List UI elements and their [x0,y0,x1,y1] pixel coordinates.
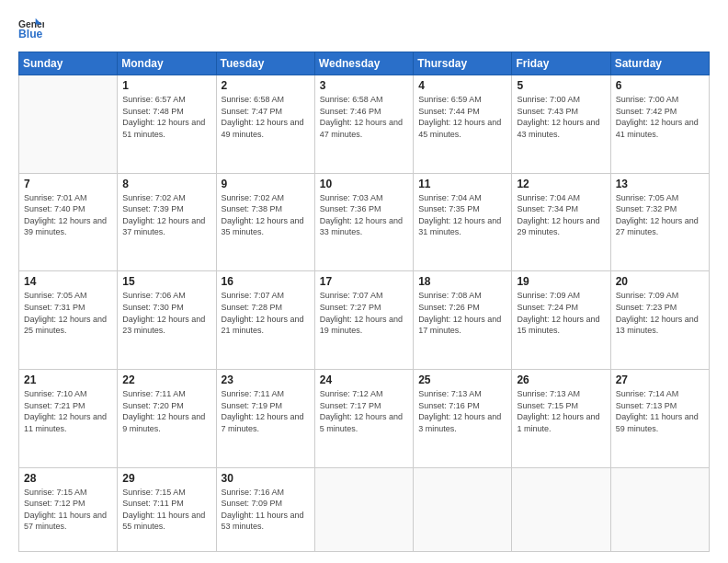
calendar-cell [610,467,709,551]
calendar-cell: 10Sunrise: 7:03 AMSunset: 7:36 PMDayligh… [314,173,413,271]
cell-info: Sunrise: 6:58 AMSunset: 7:46 PMDaylight:… [320,94,408,140]
calendar-cell: 1Sunrise: 6:57 AMSunset: 7:48 PMDaylight… [118,75,216,174]
calendar-cell: 27Sunrise: 7:14 AMSunset: 7:13 PMDayligh… [610,369,709,467]
calendar-cell: 28Sunrise: 7:15 AMSunset: 7:12 PMDayligh… [19,467,118,551]
day-number: 21 [24,373,112,386]
cell-info: Sunrise: 7:00 AMSunset: 7:42 PMDaylight:… [616,94,704,140]
cell-info: Sunrise: 7:09 AMSunset: 7:23 PMDaylight:… [616,290,704,336]
day-number: 23 [222,373,310,386]
day-number: 28 [24,472,112,485]
calendar-cell: 5Sunrise: 7:00 AMSunset: 7:43 PMDaylight… [512,75,610,174]
calendar-cell [512,467,610,551]
day-number: 27 [616,373,704,386]
weekday-header-friday: Friday [512,52,610,75]
day-number: 30 [222,472,310,485]
cell-info: Sunrise: 6:57 AMSunset: 7:48 PMDaylight:… [122,94,210,140]
day-number: 13 [616,178,704,190]
week-row-5: 28Sunrise: 7:15 AMSunset: 7:12 PMDayligh… [19,467,710,551]
weekday-header-row: SundayMondayTuesdayWednesdayThursdayFrid… [19,52,710,75]
calendar-cell: 8Sunrise: 7:02 AMSunset: 7:39 PMDaylight… [118,173,216,271]
cell-info: Sunrise: 7:15 AMSunset: 7:12 PMDaylight:… [24,487,112,533]
calendar-cell: 11Sunrise: 7:04 AMSunset: 7:35 PMDayligh… [414,173,512,271]
cell-info: Sunrise: 7:04 AMSunset: 7:35 PMDaylight:… [418,192,506,238]
day-number: 4 [418,79,506,92]
cell-info: Sunrise: 7:05 AMSunset: 7:31 PMDaylight:… [24,290,112,336]
day-number: 8 [122,178,210,190]
calendar-cell: 17Sunrise: 7:07 AMSunset: 7:27 PMDayligh… [314,271,413,370]
weekday-header-tuesday: Tuesday [216,52,314,75]
cell-info: Sunrise: 6:59 AMSunset: 7:44 PMDaylight:… [418,94,506,140]
day-number: 26 [517,373,605,386]
calendar-cell [314,467,413,551]
calendar-cell: 29Sunrise: 7:15 AMSunset: 7:11 PMDayligh… [118,467,216,551]
calendar-cell: 20Sunrise: 7:09 AMSunset: 7:23 PMDayligh… [610,271,709,370]
day-number: 24 [320,373,408,386]
calendar-cell: 4Sunrise: 6:59 AMSunset: 7:44 PMDaylight… [414,75,512,174]
week-row-1: 1Sunrise: 6:57 AMSunset: 7:48 PMDaylight… [19,75,710,174]
cell-info: Sunrise: 7:10 AMSunset: 7:21 PMDaylight:… [24,388,112,434]
cell-info: Sunrise: 7:11 AMSunset: 7:19 PMDaylight:… [222,388,310,434]
calendar-cell: 13Sunrise: 7:05 AMSunset: 7:32 PMDayligh… [610,173,709,271]
cell-info: Sunrise: 7:15 AMSunset: 7:11 PMDaylight:… [122,487,210,533]
logo: GeneralBlue [18,17,48,42]
day-number: 16 [222,275,310,288]
day-number: 6 [616,79,704,92]
calendar-cell: 16Sunrise: 7:07 AMSunset: 7:28 PMDayligh… [216,271,314,370]
calendar-cell: 22Sunrise: 7:11 AMSunset: 7:20 PMDayligh… [118,369,216,467]
cell-info: Sunrise: 7:02 AMSunset: 7:39 PMDaylight:… [122,192,210,238]
calendar-cell: 12Sunrise: 7:04 AMSunset: 7:34 PMDayligh… [512,173,610,271]
calendar-cell: 18Sunrise: 7:08 AMSunset: 7:26 PMDayligh… [414,271,512,370]
week-row-4: 21Sunrise: 7:10 AMSunset: 7:21 PMDayligh… [19,369,710,467]
calendar-cell [414,467,512,551]
cell-info: Sunrise: 6:58 AMSunset: 7:47 PMDaylight:… [222,94,310,140]
cell-info: Sunrise: 7:13 AMSunset: 7:15 PMDaylight:… [517,388,605,434]
calendar-cell: 23Sunrise: 7:11 AMSunset: 7:19 PMDayligh… [216,369,314,467]
cell-info: Sunrise: 7:13 AMSunset: 7:16 PMDaylight:… [418,388,506,434]
header: GeneralBlue [18,17,710,42]
calendar-cell: 14Sunrise: 7:05 AMSunset: 7:31 PMDayligh… [19,271,118,370]
calendar-cell: 24Sunrise: 7:12 AMSunset: 7:17 PMDayligh… [314,369,413,467]
cell-info: Sunrise: 7:01 AMSunset: 7:40 PMDaylight:… [24,192,112,238]
cell-info: Sunrise: 7:05 AMSunset: 7:32 PMDaylight:… [616,192,704,238]
cell-info: Sunrise: 7:08 AMSunset: 7:26 PMDaylight:… [418,290,506,336]
day-number: 17 [320,275,408,288]
cell-info: Sunrise: 7:09 AMSunset: 7:24 PMDaylight:… [517,290,605,336]
calendar-cell: 15Sunrise: 7:06 AMSunset: 7:30 PMDayligh… [118,271,216,370]
cell-info: Sunrise: 7:07 AMSunset: 7:27 PMDaylight:… [320,290,408,336]
day-number: 15 [122,275,210,288]
day-number: 18 [418,275,506,288]
calendar-cell: 19Sunrise: 7:09 AMSunset: 7:24 PMDayligh… [512,271,610,370]
calendar-table: SundayMondayTuesdayWednesdayThursdayFrid… [18,52,710,552]
calendar-cell: 25Sunrise: 7:13 AMSunset: 7:16 PMDayligh… [414,369,512,467]
weekday-header-monday: Monday [118,52,216,75]
weekday-header-saturday: Saturday [610,52,709,75]
day-number: 29 [122,472,210,485]
calendar-page: GeneralBlue SundayMondayTuesdayWednesday… [0,0,728,563]
day-number: 9 [222,178,310,190]
cell-info: Sunrise: 7:02 AMSunset: 7:38 PMDaylight:… [222,192,310,238]
calendar-cell: 6Sunrise: 7:00 AMSunset: 7:42 PMDaylight… [610,75,709,174]
day-number: 3 [320,79,408,92]
logo-icon: GeneralBlue [18,17,44,42]
svg-text:Blue: Blue [18,28,43,40]
day-number: 5 [517,79,605,92]
weekday-header-sunday: Sunday [19,52,118,75]
day-number: 20 [616,275,704,288]
cell-info: Sunrise: 7:04 AMSunset: 7:34 PMDaylight:… [517,192,605,238]
week-row-2: 7Sunrise: 7:01 AMSunset: 7:40 PMDaylight… [19,173,710,271]
cell-info: Sunrise: 7:11 AMSunset: 7:20 PMDaylight:… [122,388,210,434]
cell-info: Sunrise: 7:03 AMSunset: 7:36 PMDaylight:… [320,192,408,238]
day-number: 2 [222,79,310,92]
calendar-cell: 2Sunrise: 6:58 AMSunset: 7:47 PMDaylight… [216,75,314,174]
week-row-3: 14Sunrise: 7:05 AMSunset: 7:31 PMDayligh… [19,271,710,370]
weekday-header-wednesday: Wednesday [314,52,413,75]
day-number: 7 [24,178,112,190]
calendar-cell: 7Sunrise: 7:01 AMSunset: 7:40 PMDaylight… [19,173,118,271]
calendar-cell: 26Sunrise: 7:13 AMSunset: 7:15 PMDayligh… [512,369,610,467]
cell-info: Sunrise: 7:14 AMSunset: 7:13 PMDaylight:… [616,388,704,434]
day-number: 19 [517,275,605,288]
day-number: 10 [320,178,408,190]
cell-info: Sunrise: 7:07 AMSunset: 7:28 PMDaylight:… [222,290,310,336]
day-number: 12 [517,178,605,190]
cell-info: Sunrise: 7:06 AMSunset: 7:30 PMDaylight:… [122,290,210,336]
